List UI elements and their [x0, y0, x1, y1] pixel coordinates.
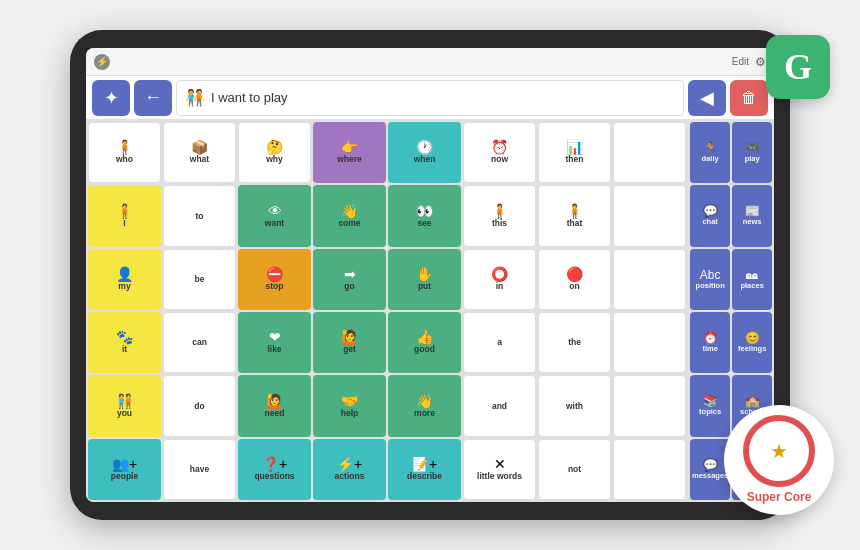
scene: G ★ Super Core ⚡ Edit ⚙ ✦ ←	[20, 15, 840, 535]
cell-label-42: questions	[254, 472, 294, 481]
main-cell-42[interactable]: ❓+ questions	[238, 439, 311, 500]
cell-label-29: a	[497, 338, 502, 347]
side-cell-3[interactable]: 📰 news	[732, 185, 772, 246]
side-cell-label-4: position	[696, 282, 725, 290]
side-cell-icon-1: 🎮	[745, 142, 760, 154]
edit-label[interactable]: Edit	[732, 56, 749, 67]
magic-button[interactable]: ✦	[92, 80, 130, 116]
main-cell-2[interactable]: 🤔 why	[238, 122, 311, 183]
cell-label-11: come	[338, 219, 360, 228]
super-core-badge: ★ Super Core	[724, 405, 834, 515]
cell-icon-34: 🙋	[266, 394, 283, 408]
main-cell-47[interactable]	[613, 439, 686, 500]
side-cell-4[interactable]: Abc position	[690, 249, 730, 310]
main-cell-33[interactable]: do	[163, 375, 236, 436]
main-cell-29[interactable]: a	[463, 312, 536, 373]
main-cell-24[interactable]: 🐾 it	[88, 312, 161, 373]
cell-label-41: have	[190, 465, 209, 474]
main-cell-30[interactable]: the	[538, 312, 611, 373]
main-cell-25[interactable]: can	[163, 312, 236, 373]
main-cell-0[interactable]: 🧍 who	[88, 122, 161, 183]
cell-label-2: why	[266, 155, 283, 164]
cell-icon-13: 🧍	[491, 204, 508, 218]
cell-icon-35: 🤝	[341, 394, 358, 408]
main-cell-44[interactable]: 📝+ describe	[388, 439, 461, 500]
cell-icon-19: ➡	[344, 267, 356, 281]
side-cell-6[interactable]: ⏰ time	[690, 312, 730, 373]
cell-icon-44: 📝+	[412, 457, 437, 471]
cell-label-16: my	[118, 282, 130, 291]
main-cell-41[interactable]: have	[163, 439, 236, 500]
main-cell-3[interactable]: 👉 where	[313, 122, 386, 183]
cell-label-45: little words	[477, 472, 522, 481]
back-button[interactable]: ←	[134, 80, 172, 116]
cell-label-18: stop	[266, 282, 284, 291]
main-cell-9[interactable]: to	[163, 185, 236, 246]
main-cell-4[interactable]: 🕐 when	[388, 122, 461, 183]
main-cell-17[interactable]: be	[163, 249, 236, 310]
settings-gear-icon[interactable]: ⚙	[755, 55, 766, 69]
backspace-icon: ◀	[700, 87, 714, 109]
main-cell-38[interactable]: with	[538, 375, 611, 436]
main-cell-14[interactable]: 🧍 that	[538, 185, 611, 246]
main-cell-37[interactable]: and	[463, 375, 536, 436]
main-cell-5[interactable]: ⏰ now	[463, 122, 536, 183]
main-cell-16[interactable]: 👤 my	[88, 249, 161, 310]
main-cell-15[interactable]	[613, 185, 686, 246]
super-core-star-icon: ★	[770, 439, 788, 463]
cell-icon-20: ✋	[416, 267, 433, 281]
delete-button[interactable]: 🗑	[730, 80, 768, 116]
main-cell-27[interactable]: 🙋 get	[313, 312, 386, 373]
backspace-button[interactable]: ◀	[688, 80, 726, 116]
main-cell-46[interactable]: not	[538, 439, 611, 500]
main-cell-31[interactable]	[613, 312, 686, 373]
main-grid: 🧍 who 📦 what 🤔 why 👉 where 🕐 when ⏰ now …	[86, 120, 688, 502]
main-cell-10[interactable]: 👁 want	[238, 185, 311, 246]
main-cell-19[interactable]: ➡ go	[313, 249, 386, 310]
main-cell-40[interactable]: 👥+ people	[88, 439, 161, 500]
main-cell-43[interactable]: ⚡+ actions	[313, 439, 386, 500]
side-cell-0[interactable]: 🏃 daily	[690, 122, 730, 183]
cell-icon-14: 🧍	[566, 204, 583, 218]
cell-icon-22: 🔴	[566, 267, 583, 281]
main-cell-39[interactable]	[613, 375, 686, 436]
main-cell-32[interactable]: 🧑‍🤝‍🧑 you	[88, 375, 161, 436]
side-cell-2[interactable]: 💬 chat	[690, 185, 730, 246]
side-cell-7[interactable]: 😊 feelings	[732, 312, 772, 373]
super-core-label: Super Core	[747, 491, 812, 504]
cell-icon-1: 📦	[191, 140, 208, 154]
cell-label-10: want	[265, 219, 284, 228]
cell-icon-26: ❤	[269, 330, 281, 344]
main-cell-11[interactable]: 👋 come	[313, 185, 386, 246]
main-cell-23[interactable]	[613, 249, 686, 310]
cell-label-1: what	[190, 155, 209, 164]
sentence-bar: ✦ ← 🧑‍🤝‍🧑 I want to play ◀ 🗑	[86, 76, 774, 120]
main-cell-12[interactable]: 👀 see	[388, 185, 461, 246]
main-cell-20[interactable]: ✋ put	[388, 249, 461, 310]
main-cell-1[interactable]: 📦 what	[163, 122, 236, 183]
sentence-people-icon: 🧑‍🤝‍🧑	[185, 88, 205, 107]
main-cell-22[interactable]: 🔴 on	[538, 249, 611, 310]
main-cell-35[interactable]: 🤝 help	[313, 375, 386, 436]
main-cell-21[interactable]: ⭕ in	[463, 249, 536, 310]
main-cell-45[interactable]: ✕ little words	[463, 439, 536, 500]
side-cell-label-1: play	[745, 155, 760, 163]
main-cell-6[interactable]: 📊 then	[538, 122, 611, 183]
main-cell-26[interactable]: ❤ like	[238, 312, 311, 373]
main-cell-34[interactable]: 🙋 need	[238, 375, 311, 436]
cell-label-28: good	[414, 345, 435, 354]
cell-label-19: go	[344, 282, 354, 291]
main-cell-28[interactable]: 👍 good	[388, 312, 461, 373]
main-cell-18[interactable]: ⛔ stop	[238, 249, 311, 310]
cell-label-30: the	[568, 338, 581, 347]
main-cell-7[interactable]	[613, 122, 686, 183]
side-cell-5[interactable]: 🏘 places	[732, 249, 772, 310]
cell-label-40: people	[111, 472, 138, 481]
main-cell-13[interactable]: 🧍 this	[463, 185, 536, 246]
main-cell-8[interactable]: 🧍 I	[88, 185, 161, 246]
main-cell-36[interactable]: 👋 more	[388, 375, 461, 436]
side-cell-1[interactable]: 🎮 play	[732, 122, 772, 183]
side-cell-icon-8: 📚	[703, 395, 718, 407]
side-cell-8[interactable]: 📚 topics	[690, 375, 730, 436]
trash-icon: 🗑	[741, 89, 757, 107]
